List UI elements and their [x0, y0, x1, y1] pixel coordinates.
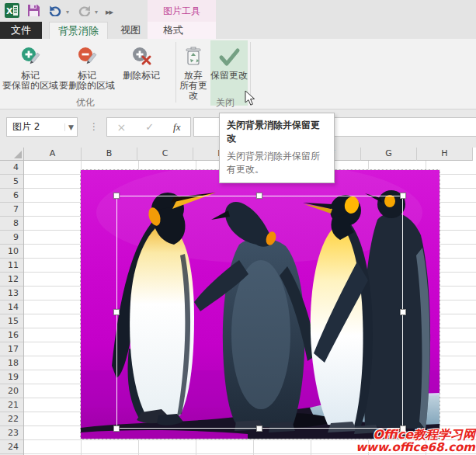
row-header-24[interactable]: 24: [0, 440, 23, 454]
watermark-line2: www.office68.com: [356, 441, 475, 454]
row-header-10[interactable]: 10: [0, 245, 23, 259]
selection-handle-s[interactable]: [256, 425, 262, 432]
undo-icon[interactable]: [48, 5, 63, 19]
keep-changes-tooltip: 关闭背景消除并保留更改 关闭背景消除并保留所有更改。: [219, 113, 335, 183]
selection-handle-sw[interactable]: [113, 425, 120, 432]
keep-changes-icon: [210, 40, 248, 68]
row-header-4[interactable]: 4: [0, 161, 23, 175]
row-header-20[interactable]: 20: [0, 384, 23, 398]
formula-bar-options-icon[interactable]: ⋮: [89, 117, 99, 137]
delete-mark-label: 删除标记: [116, 71, 166, 81]
titlebar: X ▾ ▾ ▸▸ 图片工具: [0, 0, 476, 22]
column-header-C[interactable]: C: [137, 148, 193, 161]
enter-icon: ✓: [145, 121, 154, 133]
selection-handle-e[interactable]: [400, 309, 406, 315]
cancel-icon: ×: [116, 121, 126, 134]
ribbon: 标记要保留的区域 标记要删除的区域 删除标记 优化 放弃所有更改: [0, 39, 476, 109]
name-box-value: 图片 2: [7, 120, 64, 134]
excel-window: X ▾ ▾ ▸▸ 图片工具 文件 背景消除 视图 格式 标记要保留的区: [0, 0, 476, 455]
ribbon-tab-row: 文件 背景消除 视图 格式: [0, 22, 476, 39]
mark-remove-label: 标记要删除的区域: [59, 71, 115, 91]
insert-function-icon[interactable]: fx: [173, 121, 180, 134]
selection-handle-n[interactable]: [256, 193, 262, 199]
selection-handle-ne[interactable]: [400, 193, 406, 199]
column-header-G[interactable]: G: [361, 148, 417, 161]
column-header-B[interactable]: B: [82, 148, 137, 161]
row-header-5[interactable]: 5: [0, 175, 23, 189]
row-header-19[interactable]: 19: [0, 370, 23, 384]
row-header-22[interactable]: 22: [0, 412, 23, 426]
excel-logo-icon: X: [5, 3, 19, 20]
selected-picture[interactable]: [81, 170, 440, 439]
row-header-12[interactable]: 12: [0, 273, 23, 287]
row-header-15[interactable]: 15: [0, 314, 23, 328]
svg-text:X: X: [6, 6, 13, 16]
removal-selection-rect[interactable]: [116, 196, 403, 429]
tab-file[interactable]: 文件: [0, 22, 42, 39]
row-header-11[interactable]: 11: [0, 259, 23, 273]
redo-dropdown-icon: ▾: [95, 9, 98, 16]
row-header-14[interactable]: 14: [0, 300, 23, 314]
row-header-18[interactable]: 18: [0, 356, 23, 370]
name-box-dropdown-icon[interactable]: ▼: [64, 123, 77, 131]
row-headers: 456789101112131415161718192021222324: [0, 161, 24, 455]
tooltip-body: 关闭背景消除并保留所有更改。: [227, 150, 327, 176]
tooltip-title: 关闭背景消除并保留更改: [227, 119, 327, 145]
mark-keep-label: 标记要保留的区域: [2, 71, 59, 91]
row-header-17[interactable]: 17: [0, 342, 23, 356]
quick-access-toolbar: X ▾ ▾ ▸▸: [5, 3, 113, 20]
tab-format[interactable]: 格式: [155, 22, 191, 39]
undo-dropdown-icon[interactable]: ▾: [66, 9, 69, 16]
row-header-16[interactable]: 16: [0, 328, 23, 342]
row-header-9[interactable]: 9: [0, 231, 23, 245]
mouse-cursor-icon: [245, 90, 255, 106]
tab-background-removal[interactable]: 背景消除: [49, 22, 108, 39]
watermark-line1: Office教程学习网: [356, 428, 475, 441]
group-label-refine: 优化: [47, 96, 124, 109]
delete-mark-icon: [116, 40, 166, 68]
row-header-21[interactable]: 21: [0, 398, 23, 412]
keep-changes-label: 保留更改: [210, 71, 248, 81]
row-header-13[interactable]: 13: [0, 287, 23, 300]
selection-handle-nw[interactable]: [113, 193, 120, 199]
row-header-8[interactable]: 8: [0, 217, 23, 231]
save-icon[interactable]: [27, 4, 40, 19]
contextual-tab-title: 图片工具: [148, 5, 216, 18]
row-header-7[interactable]: 7: [0, 203, 23, 217]
name-box[interactable]: 图片 2 ▼: [6, 117, 78, 137]
mark-remove-icon: [59, 40, 115, 68]
mark-keep-icon: [2, 40, 59, 68]
discard-changes-icon: [177, 40, 210, 68]
row-header-6[interactable]: 6: [0, 189, 23, 203]
row-header-23[interactable]: 23: [0, 426, 23, 440]
tab-view[interactable]: 视图: [113, 22, 148, 39]
selection-handle-w[interactable]: [113, 309, 120, 315]
redo-icon: [77, 5, 92, 19]
more-commands-icon[interactable]: ▸▸: [106, 7, 113, 17]
formula-buttons: × ✓ fx: [106, 117, 191, 137]
watermark: Office教程学习网 www.office68.com: [356, 428, 475, 454]
column-header-A[interactable]: A: [24, 148, 82, 161]
column-header-H[interactable]: H: [417, 148, 473, 161]
group-separator: [175, 42, 176, 102]
